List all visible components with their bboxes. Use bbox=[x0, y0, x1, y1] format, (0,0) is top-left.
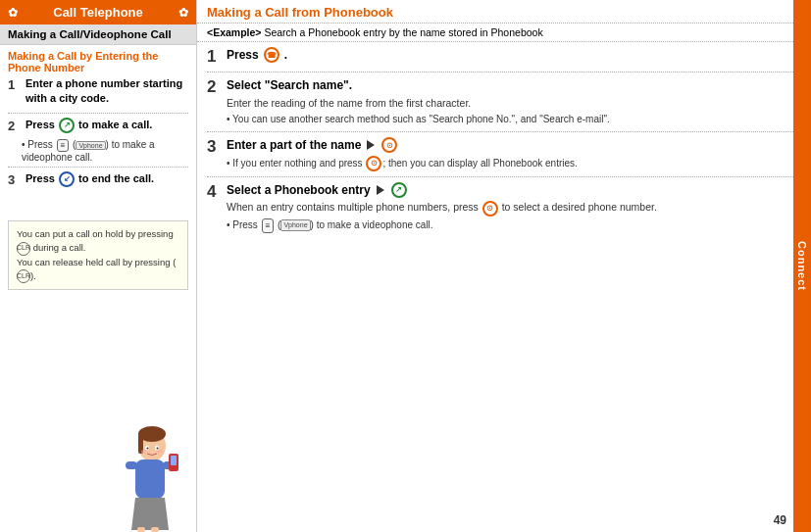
left-step-2: 2 Press ↗ to make a call. bbox=[8, 118, 188, 133]
left-step-1: 1 Enter a phone number starting with a c… bbox=[8, 76, 188, 107]
right-steps: 1 Press ☎ . 2 Select "Search name". Ente… bbox=[197, 42, 811, 532]
sep-2 bbox=[8, 167, 188, 168]
right-step-content-4: Select a Phonebook entry ↗ When an entry… bbox=[227, 182, 801, 233]
call-icon-4: ↗ bbox=[391, 182, 407, 198]
character-illustration bbox=[98, 424, 186, 532]
end-button-icon: ↙ bbox=[59, 171, 75, 187]
clr-badge-1: CLR bbox=[17, 242, 30, 256]
left-step-list: 1 Enter a phone number starting with a c… bbox=[0, 76, 196, 193]
svg-point-15 bbox=[141, 450, 147, 454]
step-num-3: 3 bbox=[8, 172, 22, 187]
example-text: Search a Phonebook entry by the name sto… bbox=[264, 26, 542, 38]
step1-press-label: Press bbox=[227, 47, 259, 64]
sep-1 bbox=[8, 113, 188, 114]
left-title: Call Telephone bbox=[53, 5, 143, 20]
svg-point-13 bbox=[147, 448, 149, 450]
svg-point-16 bbox=[157, 450, 163, 454]
right-step-sub-2: • You can use another search method such… bbox=[227, 113, 801, 126]
step-text-1: Enter a phone number starting with a cit… bbox=[25, 76, 188, 107]
page-number: 49 bbox=[774, 513, 786, 527]
subsection-title: Making a Call by Entering the Phone Numb… bbox=[0, 45, 196, 76]
confirm-icon: ⊙ bbox=[366, 156, 381, 171]
left-header: ✿ Call Telephone ✿ bbox=[0, 0, 196, 24]
svg-rect-3 bbox=[135, 459, 165, 499]
menu-icon-4: ≡ bbox=[262, 218, 275, 233]
step-text-3: Press ↙ to end the call. bbox=[25, 171, 154, 187]
clr-badge-2: CLR bbox=[17, 269, 30, 283]
note-box: You can put a call on hold by pressing C… bbox=[8, 220, 188, 290]
note-text: You can put a call on hold by pressing C… bbox=[17, 228, 176, 281]
svg-rect-10 bbox=[151, 527, 159, 532]
right-panel: Making a Call from Phonebook <Example> S… bbox=[197, 0, 811, 532]
sep-r3 bbox=[207, 176, 801, 177]
vphone-badge: Vphone bbox=[76, 141, 105, 150]
select-icon-4: ⊙ bbox=[482, 201, 498, 217]
right-step-body-2: Enter the reading of the name from the f… bbox=[227, 96, 801, 111]
svg-rect-7 bbox=[171, 456, 177, 465]
svg-rect-9 bbox=[137, 527, 145, 532]
svg-rect-4 bbox=[126, 461, 137, 469]
right-step-num-4: 4 bbox=[207, 182, 227, 202]
connect-label: Connect bbox=[793, 0, 811, 532]
phonebook-icon: ☎ bbox=[264, 47, 279, 63]
call-button-icon: ↗ bbox=[59, 118, 75, 133]
right-step-1: 1 Press ☎ . bbox=[207, 47, 801, 67]
step4-text: Select a Phonebook entry bbox=[227, 182, 371, 199]
right-step-num-1: 1 bbox=[207, 47, 227, 67]
example-label: <Example> bbox=[207, 26, 261, 38]
right-step-title-3: Enter a part of the name ⊙ bbox=[227, 137, 801, 154]
right-step-sub-4: • Press ≡ (Vphone) to make a videophone … bbox=[227, 218, 801, 233]
right-step-sub-3: • If you enter nothing and press ⊙; then… bbox=[227, 156, 801, 171]
search-circle-icon: ⊙ bbox=[381, 137, 397, 153]
right-step-content-3: Enter a part of the name ⊙ • If you ente… bbox=[227, 137, 801, 171]
right-step-body-4: When an entry contains multiple phone nu… bbox=[227, 200, 801, 216]
right-step-content-1: Press ☎ . bbox=[227, 47, 801, 64]
section-title: Making a Call/Videophone Call bbox=[0, 24, 196, 45]
stars-left: ✿ bbox=[8, 6, 18, 20]
arrow-icon-3 bbox=[367, 140, 375, 150]
right-step-3: 3 Enter a part of the name ⊙ • If you en… bbox=[207, 137, 801, 171]
right-step-num-2: 2 bbox=[207, 77, 227, 97]
right-step-title-1: Press ☎ . bbox=[227, 47, 801, 64]
right-step-2: 2 Select "Search name". Enter the readin… bbox=[207, 77, 801, 125]
right-step-4: 4 Select a Phonebook entry ↗ When an ent… bbox=[207, 182, 801, 233]
stars-right: ✿ bbox=[178, 6, 188, 20]
sep-r1 bbox=[207, 72, 801, 73]
left-panel: ✿ Call Telephone ✿ Making a Call/Videoph… bbox=[0, 0, 197, 532]
step-num-2: 2 bbox=[8, 119, 22, 133]
right-step-title-2: Select "Search name". bbox=[227, 77, 801, 94]
sep-r2 bbox=[207, 131, 801, 132]
step-text-2: Press ↗ to make a call. bbox=[25, 118, 152, 133]
svg-marker-8 bbox=[131, 498, 169, 530]
right-step-num-3: 3 bbox=[207, 137, 227, 157]
menu-icon: ≡ bbox=[57, 139, 70, 152]
step-sub-2: • Press ≡ (Vphone) to make a videophone … bbox=[22, 139, 188, 163]
right-step-title-4: Select a Phonebook entry ↗ bbox=[227, 182, 801, 199]
left-step-3: 3 Press ↙ to end the call. bbox=[8, 171, 188, 187]
example-row: <Example> Search a Phonebook entry by th… bbox=[197, 24, 811, 42]
step-num-1: 1 bbox=[8, 77, 22, 92]
svg-point-14 bbox=[157, 448, 159, 450]
arrow-icon-4 bbox=[377, 185, 384, 195]
right-header: Making a Call from Phonebook bbox=[197, 0, 811, 24]
step3-text: Enter a part of the name bbox=[227, 137, 361, 154]
right-step-content-2: Select "Search name". Enter the reading … bbox=[227, 77, 801, 125]
vphone-badge-4: Vphone bbox=[280, 219, 310, 231]
step1-period: . bbox=[284, 47, 287, 64]
